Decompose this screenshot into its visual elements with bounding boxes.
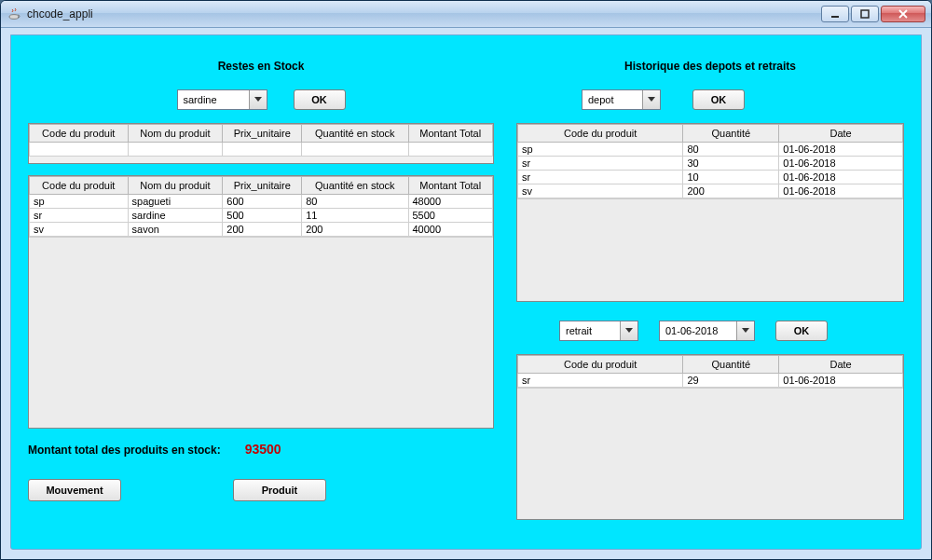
history-panel: Historique des depots et retraits depot … (516, 47, 904, 534)
date-select[interactable]: 01-06-2018 (659, 321, 755, 341)
column-header[interactable]: Quantité en stock (302, 125, 408, 143)
history-top-controls: depot OK (516, 89, 904, 110)
table-cell[interactable]: 30 (683, 157, 779, 171)
minimize-icon (830, 9, 840, 19)
table-cell[interactable]: 200 (683, 184, 779, 198)
mouvement-button[interactable]: Mouvement (28, 479, 121, 501)
close-button[interactable] (881, 6, 925, 22)
maximize-button[interactable] (851, 6, 879, 22)
table-row[interactable]: sr2901-06-2018 (518, 374, 903, 388)
table-cell[interactable]: 01-06-2018 (779, 157, 903, 171)
window-frame: chcode_appli Restes en Stock (0, 0, 932, 560)
maximize-icon (860, 9, 870, 19)
table-cell[interactable]: 11 (302, 209, 408, 223)
history-top-ok-button[interactable]: OK (692, 89, 745, 110)
table-cell[interactable]: sr (518, 171, 683, 184)
table-cell[interactable]: 40000 (408, 223, 493, 237)
history-bottom-controls: retrait 01-06-2018 OK (516, 321, 904, 341)
column-header[interactable]: Prix_unitaire (223, 177, 302, 195)
table-row[interactable]: sr3001-06-2018 (518, 157, 903, 171)
product-select[interactable]: sardine (177, 89, 267, 110)
table-cell[interactable]: sp (30, 195, 129, 209)
stock-ok-button[interactable]: OK (294, 89, 346, 110)
table-cell[interactable]: 200 (223, 223, 302, 237)
column-header[interactable]: Montant Total (408, 125, 493, 143)
column-header[interactable]: Code du produit (30, 125, 129, 143)
table-cell[interactable]: 29 (683, 374, 779, 388)
java-cup-icon (7, 7, 21, 21)
table-cell[interactable]: sr (518, 374, 683, 388)
table-cell[interactable]: 01-06-2018 (779, 171, 903, 184)
svg-rect-2 (861, 10, 869, 18)
svg-marker-8 (742, 328, 749, 333)
svg-rect-1 (831, 16, 839, 18)
table-cell[interactable]: 01-06-2018 (779, 374, 903, 388)
table-cell[interactable]: 500 (223, 209, 302, 223)
column-header[interactable]: Quantité en stock (302, 177, 408, 195)
column-header[interactable]: Prix_unitaire (223, 125, 302, 143)
bottom-button-row: Mouvement Produit (28, 479, 494, 501)
table-cell[interactable]: 80 (683, 143, 779, 157)
table-cell[interactable]: 48000 (408, 195, 493, 209)
table-cell[interactable]: 01-06-2018 (779, 143, 903, 157)
stock-filter-row: sardine OK (28, 89, 494, 110)
table-row[interactable]: srsardine500115500 (30, 209, 493, 223)
table-cell[interactable]: 80 (302, 195, 408, 209)
stock-total-value: 93500 (245, 442, 281, 457)
table-cell[interactable]: 01-06-2018 (779, 184, 903, 198)
stock-total-label: Montant total des produits en stock: (28, 444, 221, 457)
close-icon (898, 9, 909, 19)
history-bottom-ok-button[interactable]: OK (775, 321, 828, 341)
depot-retrait-select-bottom[interactable]: retrait (559, 321, 638, 341)
column-header[interactable]: Nom du produit (128, 125, 223, 143)
table-row[interactable]: svsavon20020040000 (30, 223, 493, 237)
stock-title: Restes en Stock (28, 60, 494, 73)
table-row[interactable]: sp8001-06-2018 (518, 143, 903, 157)
depot-history-table[interactable]: Code du produitQuantitéDate sp8001-06-20… (516, 123, 904, 302)
table-row[interactable]: sv20001-06-2018 (518, 184, 903, 198)
window-control-buttons (821, 6, 925, 22)
table-row[interactable]: spspagueti6008048000 (30, 195, 493, 209)
table-cell[interactable]: spagueti (128, 195, 223, 209)
table-cell[interactable]: sv (518, 184, 683, 198)
column-header[interactable]: Montant Total (408, 177, 493, 195)
column-header[interactable]: Code du produit (30, 177, 129, 195)
client-area: Restes en Stock sardine OK Code du prod (10, 34, 922, 550)
column-header[interactable]: Code du produit (518, 356, 683, 374)
history-title: Historique des depots et retraits (516, 60, 904, 73)
table-row[interactable]: sr1001-06-2018 (518, 171, 903, 184)
svg-marker-5 (254, 97, 262, 102)
chevron-down-icon (249, 90, 267, 109)
table-cell[interactable]: 10 (683, 171, 779, 184)
window-title: chcode_appli (27, 7, 821, 20)
table-cell[interactable]: 200 (302, 223, 408, 237)
table-cell[interactable]: sv (30, 223, 129, 237)
chevron-down-icon (620, 321, 637, 340)
column-header[interactable]: Date (779, 125, 903, 143)
stock-table[interactable]: Code du produitNom du produitPrix_unitai… (28, 175, 494, 429)
table-cell[interactable]: 600 (223, 195, 302, 209)
column-header[interactable]: Date (779, 356, 903, 374)
column-header[interactable]: Nom du produit (128, 177, 223, 195)
chevron-down-icon (642, 90, 660, 109)
stock-panel: Restes en Stock sardine OK Code du prod (28, 47, 494, 534)
svg-marker-6 (648, 97, 655, 102)
minimize-button[interactable] (821, 6, 849, 22)
column-header[interactable]: Quantité (683, 125, 779, 143)
column-header[interactable]: Code du produit (518, 125, 683, 143)
table-cell[interactable]: 5500 (408, 209, 493, 223)
titlebar[interactable]: chcode_appli (1, 1, 931, 28)
stock-total-row: Montant total des produits en stock: 935… (28, 442, 494, 457)
table-cell[interactable]: savon (128, 223, 223, 237)
date-select-value: 01-06-2018 (660, 321, 736, 340)
table-cell[interactable]: sr (30, 209, 129, 223)
depot-retrait-select-top[interactable]: depot (582, 89, 661, 110)
produit-button[interactable]: Produit (233, 479, 326, 501)
table-cell[interactable]: sr (518, 157, 683, 171)
table-cell[interactable]: sardine (128, 209, 223, 223)
column-header[interactable]: Quantité (683, 356, 779, 374)
table-cell[interactable]: sp (518, 143, 683, 157)
svg-marker-7 (625, 328, 633, 333)
stock-filter-result-table[interactable]: Code du produitNom du produitPrix_unitai… (28, 123, 494, 164)
retrait-history-table[interactable]: Code du produitQuantitéDate sr2901-06-20… (516, 354, 904, 520)
